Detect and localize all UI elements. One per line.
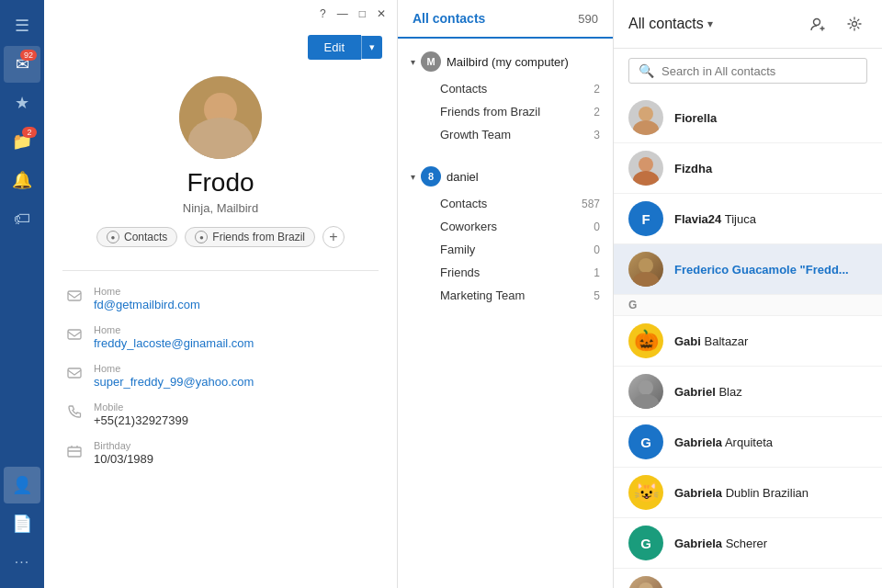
contact-name: Flavia24 Tijuca: [674, 212, 756, 226]
list-item[interactable]: G Gabriela Arquiteta: [614, 417, 882, 468]
daniel-friends-label: Friends: [440, 266, 480, 279]
search-bar: 🔍: [628, 58, 867, 84]
right-actions: [805, 11, 867, 37]
daniel-marketing-count: 5: [594, 289, 600, 302]
daniel-group-header[interactable]: ▾ 8 daniel: [398, 161, 613, 192]
contact-subtitle: Ninja, Mailbird: [183, 201, 258, 215]
field-email-2: Home freddy_lacoste@ginamail.com: [66, 324, 375, 350]
mailbird-group-title: Mailbird (my computer): [447, 55, 600, 69]
add-contact-button[interactable]: [805, 11, 831, 37]
tag-contacts[interactable]: ● Contacts: [96, 227, 177, 247]
daniel-marketing-label: Marketing Team: [440, 288, 525, 302]
document-icon[interactable]: 📄: [4, 505, 40, 542]
contacts-list: Fiorella Fizdha F Flavia24 Tijuca Fre: [614, 93, 882, 588]
phone-label: Mobile: [94, 401, 188, 413]
list-item[interactable]: 😺 Gabriela Dublin Brazilian: [614, 468, 882, 518]
tag-contacts-icon: ●: [107, 231, 119, 243]
tag-friends-icon: ●: [195, 231, 208, 243]
svg-point-9: [633, 171, 659, 186]
email-value-3[interactable]: super_freddy_99@yahoo.com: [94, 375, 254, 389]
daniel-contacts-count: 587: [582, 198, 600, 210]
avatar: 😺: [628, 475, 663, 510]
daniel-coworkers-item[interactable]: Coworkers 0: [398, 215, 613, 238]
daniel-group: ▾ 8 daniel Contacts 587 Coworkers 0 Fami…: [398, 153, 613, 314]
daniel-coworkers-count: 0: [594, 220, 600, 233]
svg-point-10: [639, 258, 653, 273]
mailbird-group: ▾ M Mailbird (my computer) Contacts 2 Fr…: [398, 39, 613, 153]
daniel-contacts-label: Contacts: [440, 197, 487, 210]
starred-icon[interactable]: ★: [4, 85, 40, 121]
mailbird-growth-team-item[interactable]: Growth Team 3: [398, 123, 613, 146]
list-item[interactable]: G Gabriela Scherer: [614, 518, 882, 569]
contact-name: Gabi Baltazar: [674, 334, 748, 348]
contact-name: Fizdha: [674, 162, 712, 175]
maximize-button[interactable]: □: [359, 7, 366, 20]
birthday-icon: [66, 442, 83, 458]
daniel-family-item[interactable]: Family 0: [398, 238, 613, 261]
daniel-coworkers-label: Coworkers: [440, 220, 497, 233]
list-item[interactable]: Gabriel Blaz: [614, 367, 882, 417]
profile-section: Frodo Ninja, Mailbird ● Contacts ● Frien…: [44, 67, 397, 263]
help-button[interactable]: ?: [320, 7, 326, 20]
list-item[interactable]: Fizdha: [614, 143, 882, 194]
avatar: [628, 151, 663, 186]
add-tag-button[interactable]: +: [322, 226, 345, 248]
notification-icon[interactable]: 🔔: [4, 162, 40, 198]
edit-button[interactable]: Edit: [308, 35, 361, 60]
mailbird-group-header[interactable]: ▾ M Mailbird (my computer): [398, 46, 613, 77]
list-item[interactable]: Gabriela Sorvete: [614, 569, 882, 588]
mailbird-growth-team-count: 3: [594, 129, 600, 141]
more-icon[interactable]: ···: [4, 544, 40, 581]
birthday-value: 10/03/1989: [94, 452, 153, 466]
avatar: F: [628, 201, 663, 236]
list-item[interactable]: Frederico Guacamole "Fredd...: [614, 244, 882, 295]
avatar: 🎃: [628, 323, 663, 358]
mail-icon[interactable]: ✉ 92: [4, 46, 40, 83]
contact-name: Frodo: [187, 168, 254, 198]
right-header: All contacts ▾: [614, 0, 882, 49]
daniel-friends-item[interactable]: Friends 1: [398, 261, 613, 284]
contacts-nav-icon[interactable]: 👤: [4, 467, 40, 503]
right-title-dropdown-icon[interactable]: ▾: [707, 17, 713, 30]
folder-icon[interactable]: 📁 2: [4, 123, 40, 160]
email-icon-1: [66, 288, 83, 304]
mailbird-contacts-item[interactable]: Contacts 2: [398, 77, 613, 100]
all-contacts-header[interactable]: All contacts 590: [398, 0, 613, 39]
email-icon-3: [66, 365, 83, 381]
all-contacts-count: 590: [578, 12, 598, 26]
list-item[interactable]: F Flavia24 Tijuca: [614, 194, 882, 244]
daniel-expand-icon: ▾: [411, 172, 415, 182]
daniel-contacts-item[interactable]: Contacts 587: [398, 192, 613, 215]
section-letter-g: G: [614, 295, 882, 316]
list-item[interactable]: 🎃 Gabi Baltazar: [614, 316, 882, 367]
svg-rect-3: [68, 447, 81, 457]
contact-name: Gabriela Arquiteta: [674, 435, 773, 449]
svg-point-8: [639, 157, 653, 172]
list-item[interactable]: Fiorella: [614, 93, 882, 143]
phone-value[interactable]: +55(21)32927399: [94, 413, 188, 427]
menu-icon[interactable]: ☰: [4, 7, 40, 44]
avatar: [628, 252, 663, 287]
tag-friends-label: Friends from Brazil: [212, 231, 305, 243]
email-label-2: Home: [94, 324, 254, 335]
minimize-button[interactable]: —: [337, 7, 348, 20]
daniel-marketing-item[interactable]: Marketing Team 5: [398, 284, 613, 307]
close-button[interactable]: ✕: [377, 7, 386, 20]
tag-icon[interactable]: 🏷: [4, 200, 40, 237]
edit-dropdown-button[interactable]: ▾: [361, 36, 382, 59]
divider: [62, 270, 379, 271]
settings-button[interactable]: [842, 11, 867, 37]
contact-name: Fiorella: [674, 111, 717, 125]
contact-detail-panel: ? — □ ✕ Edit ▾ Frodo Ninja, Mailbird ● C…: [44, 0, 398, 588]
tag-friends-brazil[interactable]: ● Friends from Brazil: [185, 227, 315, 247]
email-value-1[interactable]: fd@getmailbird.com: [94, 298, 200, 311]
avatar: G: [628, 424, 663, 459]
mailbird-friends-brazil-item[interactable]: Friends from Brazil 2: [398, 100, 613, 123]
birthday-label: Birthday: [94, 440, 153, 451]
edit-area: Edit ▾: [44, 28, 397, 67]
mailbird-friends-brazil-label: Friends from Brazil: [440, 105, 540, 119]
email-value-2[interactable]: freddy_lacoste@ginamail.com: [94, 336, 254, 350]
daniel-group-icon: 8: [421, 166, 441, 187]
search-input[interactable]: [662, 64, 857, 78]
mailbird-contacts-count: 2: [594, 83, 600, 96]
